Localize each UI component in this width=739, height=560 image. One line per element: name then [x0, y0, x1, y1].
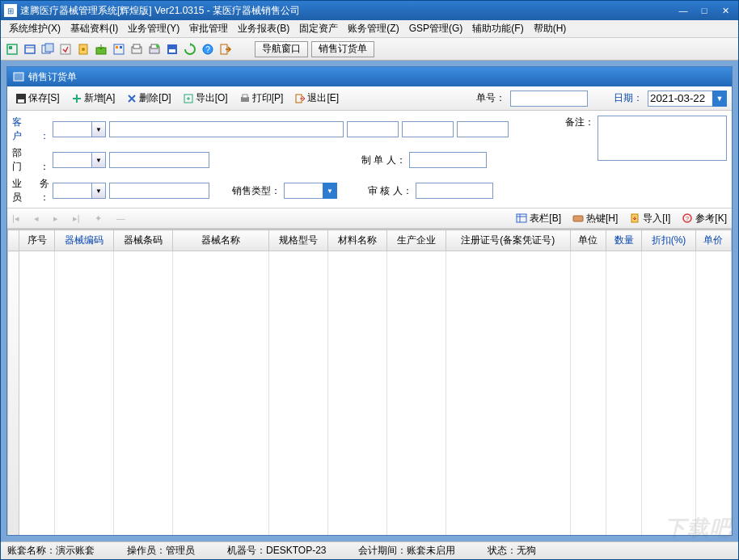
sale-type-combo-button[interactable]: ▼	[323, 183, 337, 199]
customer-aux3-input[interactable]	[457, 121, 509, 137]
dept-combo-button[interactable]: ▼	[91, 152, 106, 168]
customer-code-input[interactable]	[53, 121, 91, 137]
clerk-combo-button[interactable]: ▼	[91, 183, 106, 199]
nav-prev-icon[interactable]: ◂	[34, 213, 39, 224]
close-button[interactable]: ✕	[716, 3, 735, 18]
col-qty[interactable]: 数量	[606, 230, 642, 251]
grid-container[interactable]: 序号 器械编码 器械条码 器械名称 规格型号 材料名称 生产企业 注册证号(备案…	[7, 229, 732, 535]
date-label[interactable]: 日期：	[614, 91, 643, 105]
menu-finance[interactable]: 账务管理(Z)	[343, 20, 403, 37]
nav-first-icon[interactable]: |◂	[12, 213, 19, 224]
col-device-code[interactable]: 器械编码	[55, 230, 114, 251]
col-barcode[interactable]: 器械条码	[114, 230, 173, 251]
nav-next-icon[interactable]: ▸	[53, 213, 58, 224]
nav-last-icon[interactable]: ▸|	[73, 213, 80, 224]
maker-input[interactable]	[409, 152, 487, 168]
tool-icon-8[interactable]	[129, 41, 145, 57]
tool-icon-10[interactable]	[164, 41, 180, 57]
clerk-name-input[interactable]	[109, 183, 209, 199]
tab-sales-order[interactable]: 销售订货单	[311, 41, 374, 57]
status-machine-label: 机器号：	[227, 545, 266, 556]
form-area: 客 户： ▼ 部 门： ▼ 制 单 人：	[7, 111, 732, 208]
tool-icon-exit[interactable]	[217, 41, 234, 57]
exit-button[interactable]: 退出[E]	[291, 90, 342, 107]
menu-business[interactable]: 业务管理(Y)	[123, 20, 184, 37]
sale-type-input[interactable]	[284, 183, 323, 199]
hotkey-button[interactable]: 热键[H]	[572, 212, 618, 225]
menu-basic[interactable]: 基础资料(I)	[65, 20, 123, 37]
maximize-button[interactable]: □	[695, 3, 714, 18]
col-seq[interactable]: 序号	[19, 230, 55, 251]
customer-label[interactable]: 客 户：	[12, 116, 49, 143]
customer-aux2-input[interactable]	[402, 121, 454, 137]
menu-asset[interactable]: 固定资产	[294, 20, 343, 37]
svg-rect-28	[243, 95, 247, 98]
tool-icon-2[interactable]	[22, 41, 38, 57]
dept-name-input[interactable]	[109, 152, 209, 168]
col-manufacturer[interactable]: 生产企业	[386, 230, 446, 251]
delete-button[interactable]: 删除[D]	[123, 90, 174, 107]
maker-label: 制 单 人：	[361, 154, 406, 167]
panel-header: 销售订货单	[7, 67, 732, 86]
row-selector-header[interactable]	[8, 230, 19, 251]
save-button[interactable]: 保存[S]	[12, 90, 63, 107]
order-no-input[interactable]	[510, 91, 588, 107]
menu-approval[interactable]: 审批管理	[184, 20, 233, 37]
menu-report[interactable]: 业务报表(B)	[233, 20, 294, 37]
minimize-button[interactable]: —	[674, 3, 693, 18]
customer-name-input[interactable]	[109, 121, 344, 137]
add-button[interactable]: 新增[A]	[68, 90, 119, 107]
status-state-label: 状态：	[488, 545, 517, 556]
dept-label: 部 门：	[12, 146, 49, 174]
menu-help[interactable]: 帮助(H)	[529, 20, 572, 37]
print-button[interactable]: 打印[P]	[236, 90, 287, 107]
svg-rect-30	[517, 214, 526, 222]
date-input[interactable]	[648, 91, 712, 107]
tool-icon-1[interactable]	[4, 41, 20, 57]
clerk-code-input[interactable]	[53, 183, 91, 199]
nav-add-icon[interactable]: ✦	[95, 213, 102, 224]
customer-combo-button[interactable]: ▼	[91, 121, 106, 137]
titlebar: ⊞ 速腾医疗器械管理系统[辉煌版] Ver21.0315 - 某医疗器械销售公司…	[1, 1, 738, 20]
svg-rect-19	[169, 49, 175, 53]
export-button[interactable]: 导出[O]	[179, 90, 231, 107]
auditor-input[interactable]	[416, 183, 493, 199]
svg-rect-12	[120, 46, 122, 48]
tool-icon-5[interactable]	[75, 41, 91, 57]
tool-icon-4[interactable]	[57, 41, 74, 57]
tool-icon-3[interactable]	[40, 41, 56, 57]
menu-aux[interactable]: 辅助功能(F)	[467, 20, 528, 37]
date-picker-button[interactable]: ▼	[712, 91, 727, 107]
col-spec[interactable]: 规格型号	[269, 230, 328, 251]
status-machine: DESKTOP-23	[266, 545, 326, 556]
nav-del-icon[interactable]: —	[116, 213, 125, 223]
col-price[interactable]: 单价	[695, 230, 731, 251]
customer-aux1-input[interactable]	[347, 121, 399, 137]
reference-button[interactable]: ?参考[K]	[682, 212, 727, 225]
tool-icon-11[interactable]	[182, 41, 198, 57]
main-toolbar: ? 导航窗口 销售订货单	[1, 38, 738, 61]
tool-icon-6[interactable]	[93, 41, 109, 57]
tool-icon-9[interactable]	[146, 41, 163, 57]
tab-nav-window[interactable]: 导航窗口	[255, 41, 308, 57]
col-unit[interactable]: 单位	[570, 230, 606, 251]
table-row[interactable]	[8, 251, 732, 536]
menu-system[interactable]: 系统维护(X)	[4, 20, 65, 37]
col-discount[interactable]: 折扣(%)	[642, 230, 695, 251]
tool-icon-12[interactable]: ?	[200, 41, 216, 57]
remark-textarea[interactable]	[598, 116, 727, 161]
menu-gsp[interactable]: GSP管理(G)	[404, 20, 468, 37]
import-button[interactable]: 导入[I]	[629, 212, 670, 225]
statusbar: 账套名称：演示账套 操作员：管理员 机器号：DESKTOP-23 会计期间：账套…	[1, 541, 738, 559]
order-no-label: 单号：	[476, 91, 505, 105]
tool-icon-7[interactable]	[111, 41, 127, 57]
col-material[interactable]: 材料名称	[328, 230, 387, 251]
app-icon: ⊞	[4, 4, 17, 17]
svg-rect-6	[61, 44, 70, 54]
svg-rect-23	[14, 73, 23, 81]
header-config-button[interactable]: 表栏[B]	[516, 212, 561, 225]
col-device-name[interactable]: 器械名称	[172, 230, 268, 251]
svg-rect-25	[18, 99, 24, 103]
col-reg-no[interactable]: 注册证号(备案凭证号)	[446, 230, 570, 251]
dept-code-input[interactable]	[53, 152, 91, 168]
